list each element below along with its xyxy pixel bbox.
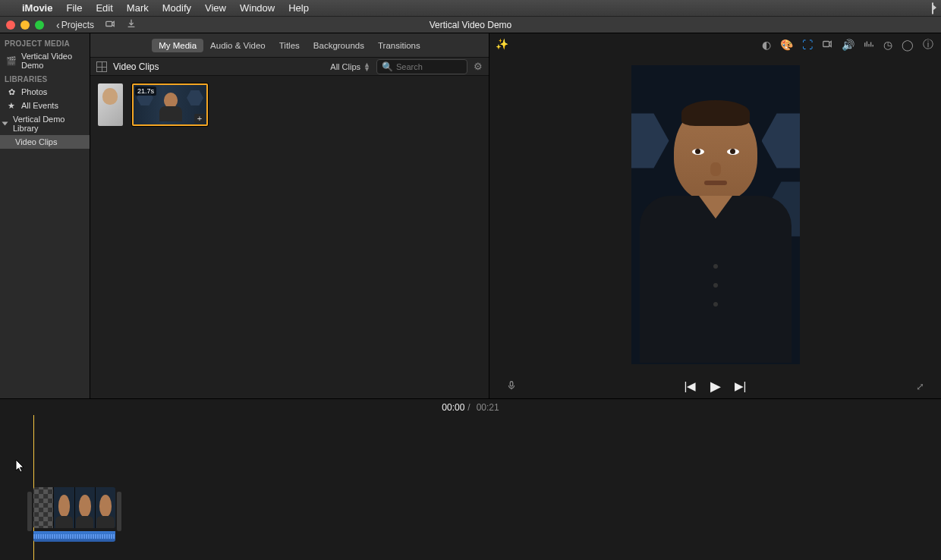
timeline-clip[interactable] — [30, 487, 118, 542]
next-button[interactable]: ▶| — [735, 379, 747, 393]
menu-edit[interactable]: Edit — [89, 2, 119, 14]
settings-gear-icon[interactable]: ⚙ — [474, 61, 483, 72]
media-tabs: My Media Audio & Video Titles Background… — [90, 33, 489, 58]
search-icon: 🔍 — [382, 61, 393, 72]
svg-rect-0 — [106, 21, 112, 26]
sidebar-item-label: Vertical Demo Library — [13, 115, 85, 133]
background-clip-thumbnail[interactable] — [98, 83, 123, 126]
play-button[interactable]: ▶ — [710, 378, 721, 395]
menu-help[interactable]: Help — [282, 2, 316, 14]
volume-icon[interactable]: 🔊 — [842, 39, 854, 51]
sidebar-item-library[interactable]: Vertical Demo Library — [0, 112, 90, 135]
preview-viewer: ✨ ◐ 🎨 ⛶ 🔊 ◷ ◯ ⓘ — [489, 33, 941, 398]
grid-view-icon[interactable] — [96, 61, 107, 72]
minimize-button[interactable] — [20, 20, 30, 30]
sidebar-item-label: Vertical Video Demo — [21, 52, 85, 70]
traffic-lights — [6, 20, 44, 30]
sidebar-item-label: Video Clips — [15, 137, 57, 146]
window-title: Vertical Video Demo — [430, 20, 512, 30]
sidebar: PROJECT MEDIA 🎬 Vertical Video Demo LIBR… — [0, 33, 90, 398]
media-browser-title: Video Clips — [113, 61, 159, 72]
sidebar-item-label: All Events — [21, 101, 58, 110]
add-clip-button[interactable]: + — [194, 114, 205, 123]
previous-button[interactable]: |◀ — [685, 379, 697, 393]
projects-label: Projects — [61, 20, 94, 30]
video-clip-thumbnail[interactable]: 21.7s + — [132, 83, 208, 126]
speed-icon[interactable]: ◷ — [883, 39, 892, 51]
menu-app[interactable]: iMovie — [15, 2, 59, 14]
clapperboard-icon: 🎬 — [6, 56, 17, 65]
clip-trim-handle-right[interactable] — [117, 492, 121, 531]
fullscreen-icon[interactable]: ⤢ — [916, 381, 924, 392]
sidebar-section-libraries: LIBRARIES — [0, 72, 90, 85]
sidebar-item-photos[interactable]: ✿ Photos — [0, 85, 90, 99]
noise-reduction-icon[interactable] — [864, 39, 874, 52]
preview-toolbar: ◐ 🎨 ⛶ 🔊 ◷ ◯ ⓘ — [762, 38, 933, 52]
sidebar-item-label: Photos — [21, 87, 47, 96]
tab-transitions[interactable]: Transitions — [371, 39, 427, 52]
timecode-total: 00:21 — [477, 402, 499, 413]
clip-area: 21.7s + — [90, 76, 489, 398]
menu-view[interactable]: View — [198, 2, 233, 14]
sidebar-section-project: PROJECT MEDIA — [0, 36, 90, 49]
star-icon: ★ — [6, 101, 17, 110]
menu-modify[interactable]: Modify — [156, 2, 198, 14]
updown-icon: ▲▼ — [363, 62, 370, 71]
filter-icon[interactable]: ◯ — [902, 39, 914, 51]
chevron-left-icon: ‹ — [56, 19, 60, 31]
maximize-button[interactable] — [35, 20, 44, 30]
disclosure-triangle-icon[interactable] — [2, 122, 8, 126]
viewer-frame — [631, 65, 800, 364]
clip-audio-waveform[interactable] — [33, 531, 115, 542]
voiceover-mic-icon[interactable] — [506, 380, 517, 393]
clip-duration-badge: 21.7s — [135, 87, 156, 96]
clip-trim-handle-left[interactable] — [27, 492, 32, 531]
menu-mark[interactable]: Mark — [120, 2, 156, 14]
tab-titles[interactable]: Titles — [272, 39, 307, 52]
tab-audio-video[interactable]: Audio & Video — [203, 39, 272, 52]
timeline[interactable] — [0, 415, 941, 560]
close-button[interactable] — [6, 20, 15, 30]
timecode-display: 00:00 / 00:21 — [0, 398, 941, 415]
svg-rect-1 — [823, 41, 829, 46]
color-balance-icon[interactable]: ◐ — [762, 39, 771, 51]
clip-thumbnails — [33, 487, 115, 528]
photos-icon: ✿ — [6, 87, 17, 96]
download-icon[interactable] — [126, 18, 137, 31]
search-field[interactable]: 🔍 — [376, 59, 467, 74]
clip-filter-dropdown[interactable]: All Clips ▲▼ — [330, 62, 370, 71]
stabilization-icon[interactable] — [822, 39, 832, 52]
crop-icon[interactable]: ⛶ — [802, 39, 813, 51]
info-icon[interactable]: ⓘ — [923, 38, 933, 52]
screen-record-icon[interactable] — [932, 3, 933, 14]
sidebar-item-video-clips[interactable]: Video Clips — [0, 135, 90, 149]
tab-my-media[interactable]: My Media — [152, 39, 203, 52]
sidebar-item-all-events[interactable]: ★ All Events — [0, 99, 90, 112]
transport-controls: |◀ ▶ ▶| ⤢ — [489, 374, 941, 398]
mac-menubar: iMovie File Edit Mark Modify View Window… — [0, 0, 941, 17]
viewer-canvas[interactable] — [489, 33, 941, 374]
magic-wand-icon[interactable]: ✨ — [496, 38, 508, 50]
menu-window[interactable]: Window — [233, 2, 282, 14]
import-media-icon[interactable] — [105, 18, 115, 31]
projects-back-button[interactable]: ‹ Projects — [56, 19, 94, 31]
media-browser: My Media Audio & Video Titles Background… — [90, 33, 489, 398]
menu-file[interactable]: File — [59, 2, 89, 14]
media-subbar: Video Clips All Clips ▲▼ 🔍 ⚙ — [90, 58, 489, 76]
search-input[interactable] — [396, 62, 457, 71]
color-correction-icon[interactable]: 🎨 — [780, 39, 793, 51]
filter-label: All Clips — [330, 62, 360, 71]
timecode-separator: / — [467, 402, 470, 413]
tab-backgrounds[interactable]: Backgrounds — [307, 39, 371, 52]
sidebar-item-project[interactable]: 🎬 Vertical Video Demo — [0, 49, 90, 72]
timecode-current: 00:00 — [442, 402, 464, 413]
svg-rect-2 — [510, 381, 513, 385]
window-toolbar: ‹ Projects Vertical Video Demo — [0, 17, 941, 33]
